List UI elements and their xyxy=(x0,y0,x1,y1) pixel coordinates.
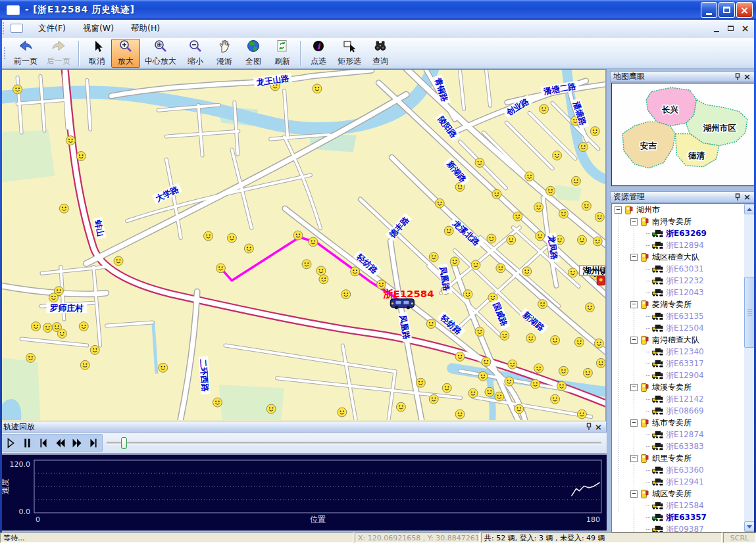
vehicle-smiley-marker[interactable] xyxy=(213,398,222,407)
tree-expand-box[interactable] xyxy=(630,337,638,344)
menu-item-2[interactable]: 帮助(H) xyxy=(122,20,168,37)
vehicle-smiley-marker[interactable] xyxy=(435,199,444,208)
vehicle-smiley-marker[interactable] xyxy=(500,331,509,341)
tree-group-南浔稽查大队[interactable]: 南浔稽查大队 xyxy=(612,334,744,346)
vehicle-smiley-marker[interactable] xyxy=(32,322,41,331)
menu-item-1[interactable]: 视窗(W) xyxy=(74,20,122,37)
vehicle-smiley-marker[interactable] xyxy=(577,410,586,419)
vehicle-smiley-marker[interactable] xyxy=(571,176,580,185)
tree-vehicle-浙E12232[interactable]: 浙E12232 xyxy=(612,275,744,287)
tree-expand-box[interactable] xyxy=(630,301,638,308)
vehicle-smiley-marker[interactable] xyxy=(266,404,276,413)
vehicle-smiley-marker[interactable] xyxy=(582,201,591,210)
vehicle-smiley-marker[interactable] xyxy=(313,84,322,93)
playback-slider[interactable] xyxy=(107,442,601,444)
toolbar-button-next-page-arrow[interactable]: 后一页 xyxy=(42,39,75,68)
vehicle-smiley-marker[interactable] xyxy=(578,143,588,152)
vehicle-smiley-marker[interactable] xyxy=(204,231,213,241)
mdi-minimize-button[interactable] xyxy=(711,23,722,34)
hawkeye-minimap[interactable]: 长兴 湖州市区 安吉 德清 xyxy=(611,83,755,186)
vehicle-smiley-marker[interactable] xyxy=(508,360,517,369)
vehicle-smiley-marker[interactable] xyxy=(114,256,123,266)
tree-group-城区稽查大队[interactable]: 城区稽查大队 xyxy=(612,251,744,263)
toolbar-drag-handle[interactable] xyxy=(3,47,7,60)
vehicle-smiley-marker[interactable] xyxy=(534,364,543,373)
toolbar-button-query-binoculars[interactable]: 查询 xyxy=(366,39,395,68)
tree-vehicle-浙E12504[interactable]: 浙E12504 xyxy=(612,322,744,334)
tree-vehicle-浙E63031[interactable]: 浙E63031 xyxy=(612,263,744,275)
tracked-vehicle-icon[interactable] xyxy=(390,299,414,310)
vehicle-smiley-marker[interactable] xyxy=(444,226,453,235)
vehicle-smiley-marker[interactable] xyxy=(551,394,560,404)
vehicle-smiley-marker[interactable] xyxy=(76,152,86,161)
vehicle-smiley-marker[interactable] xyxy=(429,394,438,404)
vehicle-smiley-marker[interactable] xyxy=(442,383,451,392)
vehicle-smiley-marker[interactable] xyxy=(66,136,75,145)
tree-group-埭溪专卖所[interactable]: 埭溪专卖所 xyxy=(612,381,744,393)
vehicle-smiley-marker[interactable] xyxy=(244,244,253,253)
tree-vehicle-浙E63383[interactable]: 浙E63383 xyxy=(612,440,744,452)
vehicle-smiley-marker[interactable] xyxy=(455,410,465,419)
vehicle-smiley-marker[interactable] xyxy=(593,237,602,246)
scroll-up-arrow-icon[interactable] xyxy=(744,204,755,214)
vehicle-smiley-marker[interactable] xyxy=(79,322,88,331)
vehicle-smiley-marker[interactable] xyxy=(227,233,236,243)
pin-icon[interactable] xyxy=(732,72,742,81)
mdi-restore-button[interactable] xyxy=(725,23,736,34)
vehicle-smiley-marker[interactable] xyxy=(583,368,592,377)
tree-expand-box[interactable] xyxy=(630,218,638,225)
playback-skip-start-button[interactable] xyxy=(36,435,51,450)
toolbar-button-full-extent-globe[interactable]: 全图 xyxy=(239,39,268,68)
vehicle-smiley-marker[interactable] xyxy=(426,319,436,329)
vehicle-smiley-marker[interactable] xyxy=(585,303,594,312)
vehicle-smiley-marker[interactable] xyxy=(536,231,545,241)
tree-scrollbar[interactable] xyxy=(744,204,755,532)
vehicle-smiley-marker[interactable] xyxy=(293,231,303,240)
vehicle-smiley-marker[interactable] xyxy=(396,402,405,412)
vehicle-smiley-marker[interactable] xyxy=(341,290,351,299)
vehicle-smiley-marker[interactable] xyxy=(159,363,168,372)
vehicle-smiley-marker[interactable] xyxy=(302,260,311,269)
tree-expand-box[interactable] xyxy=(630,419,638,427)
tree-vehicle-浙E12584[interactable]: 浙E12584 xyxy=(612,500,744,511)
vehicle-smiley-marker[interactable] xyxy=(596,358,605,367)
vehicle-smiley-marker[interactable] xyxy=(559,366,568,375)
tree-expand-box[interactable] xyxy=(630,490,638,498)
vehicle-smiley-marker[interactable] xyxy=(43,323,52,333)
vehicle-smiley-marker[interactable] xyxy=(57,329,66,339)
tree-group-菱湖专卖所[interactable]: 菱湖专卖所 xyxy=(612,298,744,310)
vehicle-smiley-marker[interactable] xyxy=(546,186,555,195)
vehicle-smiley-marker[interactable] xyxy=(319,275,328,284)
playback-slider-thumb[interactable] xyxy=(121,437,127,449)
vehicle-smiley-marker[interactable] xyxy=(471,260,480,270)
tree-vehicle-浙E12941[interactable]: 浙E12941 xyxy=(612,476,744,488)
vehicle-smiley-marker[interactable] xyxy=(463,290,472,299)
playback-rewind-button[interactable] xyxy=(53,435,68,450)
vehicle-smiley-marker[interactable] xyxy=(487,234,496,243)
tree-expand-box[interactable] xyxy=(615,206,622,214)
vehicle-smiley-marker[interactable] xyxy=(531,379,540,389)
tree-vehicle-浙E63360[interactable]: 浙E63360 xyxy=(612,464,744,476)
toolbar-button-rect-select[interactable]: 矩形选 xyxy=(333,39,366,68)
toolbar-button-zoom-out[interactable]: 缩小 xyxy=(181,39,210,68)
scroll-down-arrow-icon[interactable] xyxy=(744,521,755,532)
minimize-button[interactable] xyxy=(701,2,717,18)
vehicle-smiley-marker[interactable] xyxy=(496,264,505,273)
close-icon[interactable] xyxy=(593,423,603,431)
tree-vehicle-浙E12894[interactable]: 浙E12894 xyxy=(612,239,744,251)
vehicle-smiley-marker[interactable] xyxy=(595,212,604,222)
vehicle-smiley-marker[interactable] xyxy=(416,378,425,387)
playback-pause-button[interactable] xyxy=(19,435,34,450)
tree-vehicle-浙E12142[interactable]: 浙E12142 xyxy=(612,393,744,405)
playback-skip-end-button[interactable] xyxy=(86,435,101,450)
vehicle-smiley-marker[interactable] xyxy=(475,158,484,167)
vehicle-smiley-marker[interactable] xyxy=(450,257,459,266)
vehicle-smiley-marker[interactable] xyxy=(540,105,549,114)
vehicle-smiley-marker[interactable] xyxy=(338,408,347,417)
vehicle-smiley-marker[interactable] xyxy=(90,345,99,354)
map-canvas[interactable]: 龙王山路青铜路潘塘二路潘塘路创业路陵阳路新湖路大学路蚌山德丰路龙溪北路轻纺路凤凰… xyxy=(0,70,605,420)
close-icon[interactable] xyxy=(742,193,752,201)
vehicle-smiley-marker[interactable] xyxy=(309,237,318,247)
vehicle-smiley-marker[interactable] xyxy=(26,353,36,362)
vehicle-smiley-marker[interactable] xyxy=(538,300,547,309)
